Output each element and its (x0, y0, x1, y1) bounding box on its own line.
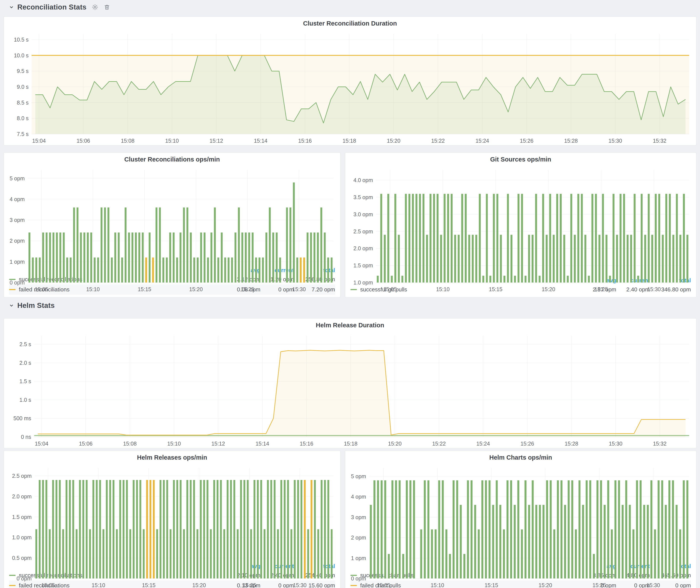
x-axis-label: 15:30 (609, 441, 623, 447)
helm-charts-opm-chart[interactable]: 15:0515:1015:1515:2015:2515:300 opm1 opm… (347, 463, 694, 561)
gear-icon[interactable] (92, 4, 98, 11)
panel-title[interactable]: Git Sources ops/min (345, 153, 696, 165)
x-axis-label: 15:06 (79, 441, 93, 447)
y-axis-label: 1.5 s (19, 378, 31, 384)
x-axis-label: 15:15 (485, 582, 498, 588)
trash-icon[interactable] (104, 4, 110, 10)
helm-release-duration-chart[interactable]: 15:0415:0615:0815:1015:1215:1415:1615:18… (6, 331, 694, 448)
x-axis-label: 15:05 (35, 286, 48, 292)
cluster-reconciliations-opm-chart[interactable]: 15:0515:1015:1515:2015:2515:300 opm1 opm… (6, 165, 338, 265)
x-axis-label: 15:05 (41, 582, 55, 588)
helm-releases-ops-canvas[interactable]: 15:0515:1015:1515:2015:2515:300 opm0.5 o… (6, 463, 338, 588)
x-axis-label: 15:15 (138, 286, 151, 292)
x-axis-label: 15:14 (254, 138, 268, 144)
x-axis-label: 15:18 (344, 441, 358, 447)
x-axis-label: 15:20 (387, 138, 400, 144)
x-axis-label: 15:20 (542, 286, 555, 292)
section-title[interactable]: Helm Stats (17, 301, 55, 310)
y-axis-label: 1.0 s (19, 397, 31, 403)
x-axis-label: 15:05 (377, 582, 390, 588)
panel-title[interactable]: Cluster Reconciliations ops/min (4, 153, 340, 165)
y-axis-label: 1 opm (10, 259, 25, 265)
x-axis-label: 15:30 (608, 138, 622, 144)
x-axis-label: 15:25 (594, 286, 608, 292)
y-axis-label: 1.0 opm (353, 279, 373, 286)
y-axis-label: 0 opm (351, 575, 366, 582)
x-axis-label: 15:12 (210, 138, 223, 144)
panel-title[interactable]: Helm Release Duration (4, 318, 696, 331)
y-axis-label: 8.5 s (17, 100, 29, 106)
x-axis-label: 15:30 (292, 286, 306, 292)
x-axis-label: 15:25 (243, 582, 256, 588)
x-axis-label: 15:24 (476, 441, 490, 447)
x-axis-label: 15:20 (539, 582, 552, 588)
y-axis-label: 3.5 opm (353, 194, 373, 200)
x-axis-label: 15:32 (653, 441, 667, 447)
y-axis-label: 2.0 opm (353, 245, 373, 251)
y-axis-label: 8.0 s (17, 115, 29, 121)
x-axis-label: 15:10 (86, 286, 100, 292)
panel-cluster-reconciliations-opm: Cluster Reconciliations ops/min 15:0515:… (4, 152, 340, 297)
cluster-recon-ops-canvas[interactable]: 15:0515:1015:1515:2015:2515:300 opm1 opm… (6, 165, 338, 294)
y-axis-label: 7.5 s (17, 131, 29, 137)
x-axis-label: 15:20 (388, 441, 402, 447)
y-axis-label: 0 opm (17, 575, 32, 582)
x-axis-label: 15:22 (431, 138, 445, 144)
x-axis-label: 15:25 (241, 286, 254, 292)
y-axis-label: 3 opm (10, 217, 25, 223)
x-axis-label: 15:04 (35, 441, 48, 447)
section-title[interactable]: Reconciliation Stats (17, 3, 86, 11)
x-axis-label: 15:06 (77, 138, 90, 144)
helm-charts-ops-canvas[interactable]: 15:0515:1015:1515:2015:2515:300 opm1 opm… (347, 463, 694, 588)
y-axis-label: 1.5 opm (353, 262, 373, 268)
section-header-reconciliation-stats[interactable]: Reconciliation Stats (6, 3, 110, 11)
y-axis-label: 5 opm (10, 175, 25, 181)
chevron-down-icon[interactable] (9, 303, 14, 308)
x-axis-label: 15:10 (165, 138, 179, 144)
y-axis-label: 3.0 opm (353, 211, 373, 217)
x-axis-label: 15:18 (343, 138, 356, 144)
section-header-helm-stats[interactable]: Helm Stats (6, 301, 55, 310)
panel-title[interactable]: Helm Charts ops/min (345, 451, 696, 463)
x-axis-label: 15:12 (211, 441, 225, 447)
panel-git-sources-opm: Git Sources ops/min 15:0515:1015:1515:20… (345, 152, 696, 297)
y-axis-label: 2.0 s (19, 360, 31, 366)
git-sources-ops-canvas[interactable]: 15:0515:1015:1515:2015:2515:301.0 opm1.5… (347, 165, 694, 294)
x-axis-label: 15:10 (92, 582, 105, 588)
panel-title[interactable]: Cluster Reconciliation Duration (4, 17, 696, 29)
x-axis-label: 15:22 (432, 441, 446, 447)
y-axis-label: 1.0 opm (12, 534, 32, 540)
panel-helm-charts-opm: Helm Charts ops/min 15:0515:1015:1515:20… (345, 451, 696, 588)
chevron-down-icon[interactable] (9, 4, 14, 10)
x-axis-label: 15:30 (647, 286, 661, 292)
x-axis-label: 15:30 (647, 582, 660, 588)
y-axis-label: 2 opm (10, 238, 25, 244)
x-axis-label: 15:16 (298, 138, 312, 144)
y-axis-label: 4 opm (351, 494, 366, 500)
y-axis-label: 2.5 opm (12, 473, 32, 479)
y-axis-label: 10.0 s (14, 52, 29, 58)
y-axis-label: 9.5 s (17, 68, 29, 74)
x-axis-label: 15:24 (476, 138, 489, 144)
y-axis-label: 2.5 s (19, 341, 31, 347)
x-axis-label: 15:28 (565, 441, 578, 447)
x-axis-label: 15:16 (300, 441, 313, 447)
helm-releases-opm-chart[interactable]: 15:0515:1015:1515:2015:2515:300 opm0.5 o… (6, 463, 338, 561)
x-axis-label: 15:10 (431, 582, 444, 588)
cluster-duration-canvas[interactable]: 15:0415:0615:0815:1015:1215:1415:1615:18… (6, 29, 694, 145)
x-axis-label: 15:08 (123, 441, 137, 447)
y-axis-label: 4.0 opm (353, 177, 373, 183)
y-axis-label: 1.5 opm (12, 514, 32, 520)
x-axis-label: 15:10 (436, 286, 450, 292)
git-sources-opm-chart[interactable]: 15:0515:1015:1515:2015:2515:301.0 opm1.5… (347, 165, 694, 275)
helm-duration-canvas[interactable]: 15:0415:0615:0815:1015:1215:1415:1615:18… (6, 331, 694, 448)
x-axis-label: 15:26 (520, 138, 534, 144)
cluster-reconciliation-duration-chart[interactable]: 15:0415:0615:0815:1015:1215:1415:1615:18… (6, 29, 694, 145)
x-axis-label: 15:26 (521, 441, 534, 447)
y-axis-label: 2.5 opm (353, 228, 373, 234)
panel-title[interactable]: Helm Releases ops/min (4, 451, 340, 463)
panel-cluster-reconciliation-duration: Cluster Reconciliation Duration 15:0415:… (4, 16, 696, 145)
x-axis-label: 15:20 (192, 582, 206, 588)
x-axis-label: 15:30 (293, 582, 307, 588)
y-axis-label: 9.0 s (17, 84, 29, 90)
